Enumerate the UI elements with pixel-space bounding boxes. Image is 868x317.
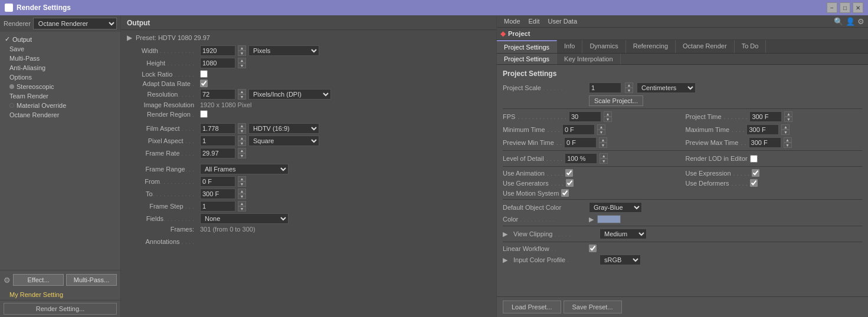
sidebar-item-output[interactable]: ✓ Output: [0, 34, 120, 44]
pixel-aspect-up-btn[interactable]: ▲: [238, 136, 246, 141]
default-object-color-select[interactable]: Gray-Blue: [589, 202, 642, 213]
effect-button[interactable]: Effect...: [13, 274, 64, 286]
maximum-time-input[interactable]: [746, 124, 779, 135]
width-up-btn[interactable]: ▲: [238, 45, 246, 51]
project-time-input[interactable]: [749, 111, 782, 122]
maximum-time-up-btn[interactable]: ▲: [781, 124, 790, 130]
sidebar-item-save[interactable]: Save: [0, 44, 120, 54]
search-icon[interactable]: 🔍: [834, 17, 843, 26]
user-data-menu-btn[interactable]: User Data: [545, 16, 581, 26]
project-scale-input[interactable]: [589, 82, 621, 93]
sidebar-item-anti-aliasing[interactable]: Anti-Aliasing: [0, 63, 120, 72]
project-scale-up-btn[interactable]: ▲: [625, 82, 633, 88]
gear-icon[interactable]: ⚙: [4, 276, 11, 285]
lock-ratio-checkbox[interactable]: [200, 70, 208, 78]
tab-octane-render[interactable]: Octane Render: [676, 40, 735, 53]
load-preset-button[interactable]: Load Preset...: [503, 301, 561, 313]
pixel-aspect-down-btn[interactable]: ▼: [238, 141, 246, 146]
fps-up-btn[interactable]: ▲: [604, 111, 612, 117]
sidebar-item-team-render[interactable]: Team Render: [0, 91, 120, 101]
frame-step-up-btn[interactable]: ▲: [238, 201, 246, 206]
to-up-btn[interactable]: ▲: [238, 189, 246, 194]
pixel-aspect-unit-select[interactable]: Square: [248, 136, 319, 146]
resolution-unit-select[interactable]: Pixels/Inch (DPI): [248, 89, 331, 100]
sidebar-item-material-override[interactable]: Material Override: [0, 101, 120, 110]
frame-step-input[interactable]: [200, 201, 235, 212]
to-input[interactable]: [200, 189, 235, 199]
lod-down-btn[interactable]: ▼: [600, 158, 608, 164]
frame-range-select[interactable]: All Frames: [200, 164, 289, 174]
pixel-aspect-input[interactable]: [200, 136, 235, 146]
render-setting-button[interactable]: Render Setting...: [4, 303, 117, 315]
height-up-btn[interactable]: ▲: [238, 58, 246, 63]
preview-min-time-up-btn[interactable]: ▲: [599, 137, 607, 143]
frame-step-down-btn[interactable]: ▼: [238, 206, 246, 212]
multi-pass-button[interactable]: Multi-Pass...: [66, 274, 117, 286]
to-down-btn[interactable]: ▼: [238, 194, 246, 199]
minimum-time-input[interactable]: [562, 124, 595, 135]
preview-min-time-down-btn[interactable]: ▼: [599, 143, 607, 148]
width-input[interactable]: [200, 45, 235, 56]
preview-min-time-input[interactable]: [564, 137, 597, 148]
minimize-button[interactable]: −: [827, 2, 837, 13]
use-motion-system-checkbox[interactable]: [561, 189, 569, 197]
width-unit-select[interactable]: Pixels: [248, 45, 319, 56]
adapt-data-rate-checkbox[interactable]: [200, 80, 208, 87]
project-scale-down-btn[interactable]: ▼: [625, 88, 633, 93]
scale-project-button[interactable]: Scale Project...: [589, 95, 643, 106]
maximize-button[interactable]: □: [840, 2, 850, 13]
resolution-down-btn[interactable]: ▼: [238, 94, 246, 100]
renderer-select[interactable]: Octane Renderer: [33, 18, 117, 29]
film-aspect-up-btn[interactable]: ▲: [238, 123, 246, 128]
level-of-detail-input[interactable]: [565, 153, 597, 164]
resolution-input[interactable]: [200, 89, 235, 100]
edit-menu-btn[interactable]: Edit: [525, 16, 543, 26]
from-up-btn[interactable]: ▲: [238, 176, 246, 181]
input-color-profile-select[interactable]: sRGB: [600, 255, 641, 265]
sidebar-item-stereoscopic[interactable]: Stereoscopic: [0, 82, 120, 91]
use-deformers-checkbox[interactable]: [750, 179, 758, 187]
project-time-down-btn[interactable]: ▼: [784, 117, 792, 122]
mode-menu-btn[interactable]: Mode: [500, 16, 524, 26]
color-swatch[interactable]: [597, 215, 621, 223]
fields-select[interactable]: None: [200, 213, 289, 224]
use-generators-checkbox[interactable]: [566, 179, 574, 187]
subtab-project-settings[interactable]: Project Settings: [497, 54, 557, 64]
render-lod-in-editor-checkbox[interactable]: [750, 155, 758, 163]
minimum-time-down-btn[interactable]: ▼: [597, 130, 605, 135]
use-animation-checkbox[interactable]: [565, 169, 573, 177]
view-clipping-select[interactable]: Medium: [600, 229, 647, 239]
width-down-btn[interactable]: ▼: [238, 51, 246, 56]
fps-input[interactable]: [569, 111, 601, 122]
frame-rate-down-btn[interactable]: ▼: [238, 153, 246, 158]
sidebar-item-options[interactable]: Options: [0, 72, 120, 82]
frame-rate-input[interactable]: [200, 148, 235, 158]
resolution-up-btn[interactable]: ▲: [238, 89, 246, 94]
film-aspect-down-btn[interactable]: ▼: [238, 128, 246, 134]
minimum-time-up-btn[interactable]: ▲: [597, 124, 605, 130]
project-time-up-btn[interactable]: ▲: [784, 111, 792, 117]
subtab-key-interpolation[interactable]: Key Interpolation: [557, 54, 621, 64]
use-expression-checkbox[interactable]: [752, 169, 759, 177]
tab-project-settings[interactable]: Project Settings: [497, 40, 557, 53]
height-down-btn[interactable]: ▼: [238, 63, 246, 68]
maximum-time-down-btn[interactable]: ▼: [781, 130, 790, 135]
tab-referencing[interactable]: Referencing: [626, 40, 676, 53]
tab-to-do[interactable]: To Do: [735, 40, 767, 53]
fps-down-btn[interactable]: ▼: [604, 117, 612, 122]
from-down-btn[interactable]: ▼: [238, 181, 246, 187]
tab-info[interactable]: Info: [557, 40, 582, 53]
close-button[interactable]: ✕: [853, 2, 863, 13]
my-render-setting[interactable]: My Render Setting: [0, 289, 120, 300]
settings-icon[interactable]: ⚙: [857, 17, 864, 26]
sidebar-item-multi-pass[interactable]: Multi-Pass: [0, 54, 120, 63]
project-scale-unit-select[interactable]: Centimeters: [637, 82, 696, 93]
film-aspect-input[interactable]: [200, 123, 235, 134]
lod-up-btn[interactable]: ▲: [600, 153, 608, 158]
linear-workflow-checkbox[interactable]: [589, 245, 597, 252]
height-input[interactable]: [200, 58, 235, 68]
from-input[interactable]: [200, 176, 235, 187]
preview-max-time-down-btn[interactable]: ▼: [784, 143, 792, 148]
save-preset-button[interactable]: Save Preset...: [564, 301, 622, 313]
preview-max-time-up-btn[interactable]: ▲: [784, 137, 792, 143]
